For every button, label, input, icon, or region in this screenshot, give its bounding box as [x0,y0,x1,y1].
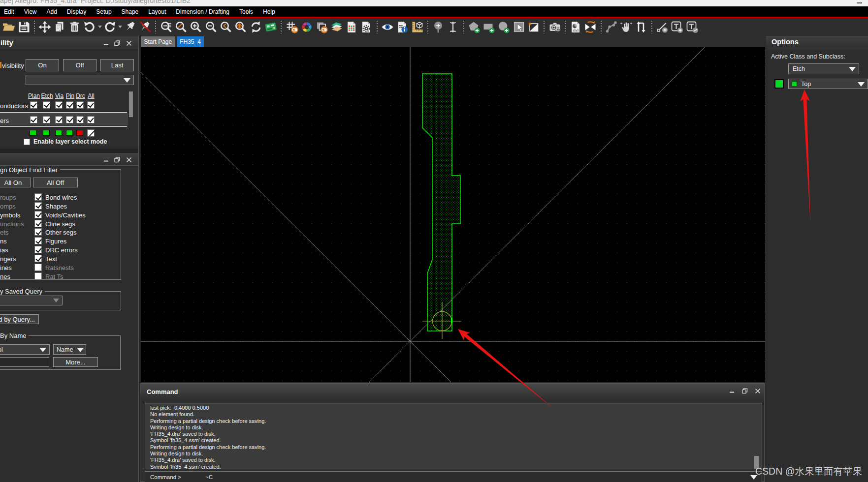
vis-color-swatch[interactable] [66,130,73,136]
active-subclass-combo[interactable]: Top [788,79,868,89]
toolbar-button-zoom-fit[interactable] [175,21,188,33]
toolbar-button-color-matrix[interactable] [345,21,358,33]
active-layer-color-swatch[interactable] [774,79,784,89]
vis-checkbox-onductors-drc[interactable] [76,101,84,109]
menu-item-display[interactable]: Display [62,6,91,17]
vis-swatch-all[interactable] [87,129,95,137]
toolbar-button-zoom-previous[interactable] [220,21,232,33]
name-search-input[interactable] [0,357,49,367]
toolbar-button-pin[interactable] [124,21,137,33]
toolbar-button-info-file[interactable] [396,21,409,33]
toolbar-button-text-cursor[interactable] [447,21,459,33]
command-window-titlebar[interactable]: Command [140,384,764,400]
tab-start-page[interactable]: Start Page [141,36,175,47]
toolbar-button-edit-text[interactable] [686,21,699,33]
close-icon[interactable] [754,388,761,394]
menu-item-help[interactable]: Help [258,6,280,17]
menu-item-dimension-drafting[interactable]: Dimension / Drafting [171,6,234,17]
toolbar-button-snapshot[interactable] [548,21,561,33]
find-checkbox-drc-errors[interactable] [34,246,42,253]
minimize-icon[interactable] [103,156,109,163]
find-checkbox-other-segs[interactable] [34,228,42,236]
vis-checkbox-onductors-plan[interactable] [30,101,37,109]
saved-query-combo[interactable] [0,296,63,305]
vis-checkbox-ers-via[interactable] [55,116,63,123]
toolbar-button-layers[interactable] [330,21,343,33]
toolbar-button-pan-hand[interactable] [620,21,633,33]
find-checkbox-text[interactable] [34,255,42,262]
toolbar-button-measure[interactable] [411,21,424,33]
toolbar-button-select-arrow[interactable] [513,21,525,33]
vis-column-all[interactable]: All [83,92,99,99]
name-type-combo[interactable]: Symbol [0,344,50,355]
toolbar-button-add-text[interactable] [671,21,683,33]
toolbar-button-move[interactable] [38,21,51,33]
toolbar-button-flip[interactable] [584,21,597,33]
find-checkbox-figures[interactable] [34,237,42,244]
toolbar-button-probe[interactable] [432,21,445,33]
menu-item-layout[interactable]: Layout [143,6,171,17]
dropdown-caret-icon[interactable] [118,21,123,33]
toolbar-button-swap-updown[interactable] [635,21,647,33]
close-icon[interactable] [126,40,132,46]
find-checkbox-voids-cavities[interactable] [34,211,42,218]
toolbar-button-grid-toggle[interactable] [286,21,298,33]
visibility-filter-combo[interactable] [26,75,134,85]
toolbar-button-report-chart[interactable] [569,21,582,33]
toolbar-button-zoom-points[interactable] [160,21,173,33]
visibility-panel-titlebar[interactable]: ility [0,36,138,49]
toolbar-button-add-rect[interactable] [482,21,495,33]
vis-checkbox-ers-plan[interactable] [30,116,37,123]
toolbar-button-undo[interactable] [83,21,96,33]
more-button[interactable]: More... [53,357,98,367]
vis-checkbox-onductors-all[interactable] [87,101,95,109]
restore-icon[interactable] [741,388,748,394]
restore-icon[interactable] [114,156,120,163]
vis-color-swatch[interactable] [55,130,62,136]
minimize-icon[interactable] [103,40,109,46]
visibility-off-button[interactable]: Off [63,59,96,71]
vis-scrollbar-thumb[interactable] [129,91,133,117]
menu-item-add[interactable]: Add [41,6,62,17]
active-class-combo[interactable]: Etch [788,63,859,74]
restore-icon[interactable] [114,40,120,46]
enable-layer-select-checkbox[interactable] [24,139,30,145]
window-minimize-icon[interactable] [857,2,862,3]
toolbar-button-open[interactable] [2,21,15,33]
visibility-on-button[interactable]: On [26,59,59,71]
toolbar-button-visibility-eye[interactable] [381,21,394,33]
find-checkbox-ratsnests[interactable] [34,264,42,271]
toolbar-button-delete[interactable] [68,21,81,33]
toolbar-button-zoom-center[interactable] [234,21,247,33]
vis-color-swatch[interactable] [76,130,83,136]
minimize-icon[interactable] [729,388,735,394]
find-checkbox-shapes[interactable] [34,202,42,210]
toolbar-button-copy[interactable] [53,21,66,33]
command-prompt[interactable]: Command > ~C [145,471,762,482]
toolbar-button-shadow-toggle[interactable] [315,21,328,33]
vis-color-swatch[interactable] [43,130,50,136]
find-panel-titlebar[interactable] [0,153,138,166]
toolbar-button-shape-half[interactable] [527,21,540,33]
find-checkbox-bond-wires[interactable] [34,193,42,201]
toolbar-button-save[interactable] [18,21,31,33]
vis-checkbox-ers-etch[interactable] [43,116,50,123]
toolbar-button-color-dialog[interactable] [300,21,313,33]
menu-item-view[interactable]: View [19,6,42,17]
vis-checkbox-ers-pin[interactable] [66,116,73,123]
vis-checkbox-onductors-pin[interactable] [66,101,73,109]
find-checkbox-cline-segs[interactable] [34,220,42,227]
menu-item-setup[interactable]: Setup [91,6,116,17]
dock-splitter[interactable] [138,36,139,482]
toolbar-button-board[interactable] [264,21,277,33]
all-on-button[interactable]: All On [0,178,31,187]
toolbar-button-zoom-out[interactable] [205,21,218,33]
toolbar-button-add-circle[interactable] [497,21,510,33]
options-panel-titlebar[interactable]: Options [766,36,868,48]
design-canvas[interactable] [141,47,765,382]
vis-checkbox-ers-drc[interactable] [76,116,84,123]
toolbar-button-zoom-in[interactable] [190,21,202,33]
vis-color-swatch[interactable] [30,130,36,136]
toolbar-button-parameters[interactable] [360,21,373,33]
toolbar-button-unpin[interactable] [139,21,152,33]
